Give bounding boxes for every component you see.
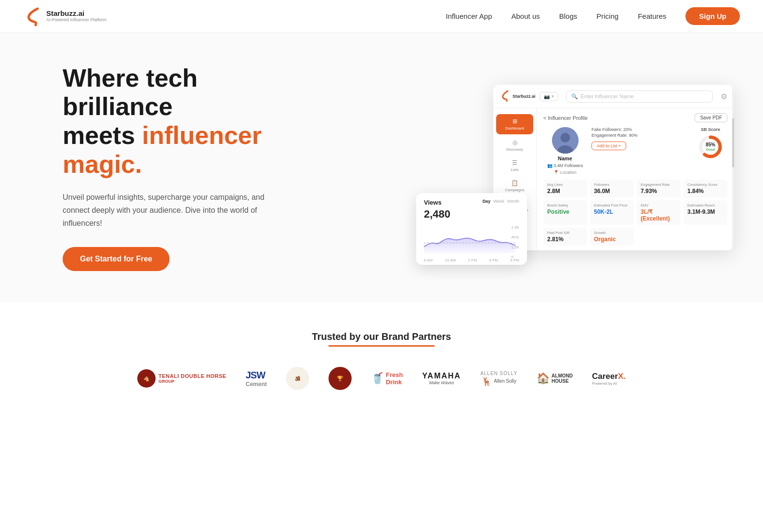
y-label-top: 2.5K [512, 225, 519, 230]
manavyatri-icon: 🕉 [286, 367, 309, 390]
brand-yamaha: YAMAHA Make Waves [422, 366, 461, 391]
nav-link-influencer-app[interactable]: Influencer App [446, 12, 492, 20]
tenali-icon: 🐴 [137, 369, 156, 388]
views-title: Views [424, 199, 442, 206]
partner-icon: 🏆 [329, 367, 352, 390]
brands-logos: 🐴 TENALI DOUBLE HORSE GROUP JSW Cement 🕉… [23, 366, 740, 391]
db-body: ⊞ Dashboard ◎ Discovery ☰ Lists 📋 Campai… [493, 108, 734, 250]
brands-title: Trusted by our Brand Partners [23, 331, 740, 342]
sb-score-value: 85% [706, 142, 715, 148]
settings-icon[interactable]: ⚙ [721, 92, 727, 101]
profile-header: < Influencer Profile Save PDF [543, 113, 727, 122]
sidebar-label-discovery: Discovery [506, 147, 523, 152]
brands-section: Trusted by our Brand Partners 🐴 TENALI D… [0, 302, 763, 410]
logo-link[interactable]: Starbuzz.ai AI-Powered Influencer Platfo… [23, 5, 106, 28]
db-search-bar[interactable]: 🔍 Enter Influencer Name [566, 91, 713, 103]
views-header: Views Day Week Month [424, 199, 519, 206]
nav-link-blogs[interactable]: Blogs [559, 12, 578, 20]
views-tab-week[interactable]: Week [493, 199, 504, 204]
hero-description: Unveil powerful insights, supercharge yo… [63, 191, 265, 230]
add-to-list-button[interactable]: Add to List + [592, 142, 626, 150]
almond-text: ALMOND HOUSE [552, 373, 573, 384]
x-label-2: 10 AM [445, 258, 456, 262]
db-platform-icon: 📷 [544, 94, 550, 99]
nav-link-about-us[interactable]: About us [512, 12, 540, 20]
info-column: Fake Followers: 20% Engagement Rate: 90%… [592, 127, 689, 175]
x-label-4: 4 PM [489, 258, 498, 262]
fresh-text: Fresh [386, 371, 403, 378]
db-main-content: < Influencer Profile Save PDF [537, 108, 734, 250]
db-dropdown-arrow: ▾ [552, 94, 554, 99]
influencer-avatar [552, 127, 579, 154]
x-label-3: 2 PM [468, 258, 477, 262]
get-started-button[interactable]: Get Started for Free [63, 247, 170, 271]
chart-x-labels: 8 AM 10 AM 2 PM 4 PM 6 PM [424, 258, 519, 262]
brands-underline [329, 345, 434, 347]
stat-brand-safety: Brand Safety Positive [543, 200, 587, 225]
dashboard-mockup: Views Day Week Month 2,480 2.5K AVG 1.5K… [455, 85, 724, 250]
sidebar-label-campaigns: Campaigns [505, 188, 524, 192]
house-name: HOUSE [552, 378, 573, 384]
db-logo: Starbuzz.ai [500, 90, 536, 103]
brand-tenali: 🐴 TENALI DOUBLE HORSE GROUP [137, 366, 226, 391]
stat-avg-likes: Avg Likes 2.8M [543, 180, 587, 197]
sidebar-label-dashboard: Dashboard [505, 126, 524, 130]
save-pdf-button[interactable]: Save PDF [695, 113, 727, 122]
tenali-text: TENALI DOUBLE HORSE GROUP [158, 373, 226, 384]
back-to-profile[interactable]: < Influencer Profile [543, 115, 588, 121]
hero-section: Where tech brilliancemeets influencermag… [0, 33, 763, 302]
y-label-bot: 0 [512, 255, 519, 259]
db-logo-icon [500, 90, 511, 103]
yamaha-tagline: Make Waves [429, 380, 454, 385]
drink-text: Drink [386, 378, 403, 386]
sb-score-sub: Good [706, 148, 715, 152]
sb-score-label: SB Score [701, 127, 720, 132]
signup-button[interactable]: Sign Up [685, 7, 740, 25]
brand-careerx: CareerX. Powered by AI [592, 366, 626, 391]
stat-consistency: Consistency Score 1.84% [684, 180, 727, 197]
nav-link-features[interactable]: Features [638, 12, 666, 20]
sidebar-item-discovery[interactable]: ◎ Discovery [493, 135, 536, 156]
deer-icon: 🦌 [481, 376, 492, 387]
x-text: X. [618, 372, 626, 381]
profile-body: Name 👥 3.4M Followers 📍 Location Fak [543, 127, 727, 175]
views-tab-day[interactable]: Day [483, 199, 491, 204]
chart-svg [424, 225, 515, 254]
influencer-followers: 👥 3.4M Followers [547, 163, 583, 168]
influencer-name: Name [558, 156, 572, 161]
sidebar-item-dashboard[interactable]: ⊞ Dashboard [496, 114, 533, 134]
x-label-1: 8 AM [424, 258, 433, 262]
stat-est-reach: Estimated Reach 3.1M-9.3M [684, 200, 727, 225]
brand-partner: 🏆 [329, 366, 352, 391]
views-card: Views Day Week Month 2,480 2.5K AVG 1.5K… [416, 193, 527, 265]
stat-est-post-price: Estimated Post Price 50K-2L [590, 200, 634, 225]
sidebar-item-lists[interactable]: ☰ Lists [493, 156, 536, 176]
jsw-block: JSW Cement [246, 370, 267, 388]
nav-links: Influencer App About us Blogs Pricing Fe… [446, 7, 740, 25]
careerx-sub: Powered by AI [592, 381, 626, 386]
brand-manavyatri: 🕉 [286, 366, 309, 391]
almond-name: ALMOND [552, 373, 573, 378]
db-topbar: Starbuzz.ai 📷 ▾ 🔍 Enter Influencer Name … [493, 85, 734, 108]
donut-center: 85% Good [706, 142, 715, 152]
views-tab-month[interactable]: Month [507, 199, 519, 204]
stats-grid: Avg Likes 2.8M Followers 36.0M Engagemen… [543, 180, 727, 246]
careerx-text: CareerX. [592, 372, 626, 381]
careerx-block: CareerX. Powered by AI [592, 372, 626, 386]
discovery-icon: ◎ [513, 139, 517, 146]
db-brand-name: Starbuzz.ai [513, 94, 536, 99]
main-dashboard-card: Starbuzz.ai 📷 ▾ 🔍 Enter Influencer Name … [493, 85, 734, 250]
yamaha-text: YAMAHA [422, 372, 461, 380]
views-number: 2,480 [424, 208, 519, 221]
nav-link-pricing[interactable]: Pricing [596, 12, 618, 20]
brand-jsw: JSW Cement [246, 366, 267, 391]
logo-text-block: Starbuzz.ai AI-Powered Influencer Platfo… [46, 10, 106, 22]
house-icon: 🏠 [537, 372, 550, 385]
jsw-cement: Cement [246, 381, 267, 388]
allen-sub: Allen Solly [494, 378, 516, 384]
lists-icon: ☰ [512, 159, 517, 166]
campaigns-icon: 📋 [511, 180, 518, 186]
hero-title: Where tech brilliancemeets influencermag… [63, 64, 313, 179]
dashboard-icon: ⊞ [513, 118, 517, 125]
chart-y-labels: 2.5K AVG 1.5K 0 [512, 225, 519, 259]
